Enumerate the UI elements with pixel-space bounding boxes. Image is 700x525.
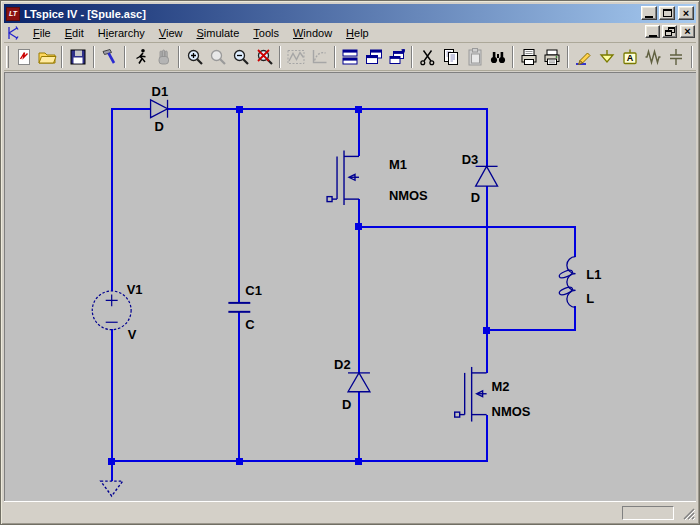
new-schematic-button[interactable] bbox=[12, 45, 35, 69]
component-m1[interactable] bbox=[327, 150, 359, 205]
component-value[interactable]: L bbox=[586, 291, 594, 306]
menu-item-view[interactable]: View bbox=[152, 25, 190, 41]
app-icon[interactable]: LT bbox=[6, 7, 20, 21]
component-ref[interactable]: M1 bbox=[389, 157, 407, 172]
wire-junctions bbox=[108, 106, 490, 465]
paste-button[interactable] bbox=[463, 45, 486, 69]
menu-item-edit[interactable]: Edit bbox=[58, 25, 91, 41]
component-c1[interactable] bbox=[228, 303, 250, 312]
component-ref[interactable]: V1 bbox=[127, 282, 143, 297]
tile-windows-icon bbox=[340, 47, 360, 67]
toolbar-separator bbox=[178, 46, 180, 68]
component-d2[interactable] bbox=[348, 373, 370, 392]
ground-button[interactable] bbox=[595, 45, 618, 69]
menu-item-tools[interactable]: Tools bbox=[246, 25, 286, 41]
child-close-button[interactable]: × bbox=[680, 25, 695, 38]
component-value[interactable]: D bbox=[342, 397, 351, 412]
zoom-pan-button[interactable] bbox=[207, 45, 230, 69]
component-m2[interactable] bbox=[455, 367, 487, 422]
cascade-windows-arrow-button[interactable] bbox=[385, 45, 408, 69]
run-button[interactable] bbox=[129, 45, 152, 69]
component-value[interactable]: V bbox=[128, 327, 137, 342]
menu-item-hierarchy[interactable]: Hierarchy bbox=[91, 25, 152, 41]
print-preview-icon bbox=[519, 47, 539, 67]
title-bar[interactable]: LT LTspice IV - [Spule.asc] × bbox=[4, 4, 696, 23]
component-ref[interactable]: D3 bbox=[462, 152, 479, 167]
zoom-back-button[interactable] bbox=[230, 45, 253, 69]
menu-bar: File Edit Hierarchy View Simulate Tools … bbox=[4, 23, 696, 43]
component-d3[interactable] bbox=[476, 166, 498, 186]
component-value[interactable]: C bbox=[245, 317, 254, 332]
find-button[interactable] bbox=[486, 45, 509, 69]
paste-icon bbox=[465, 47, 485, 67]
component-ref[interactable]: L1 bbox=[586, 267, 601, 282]
menu-item-help[interactable]: Help bbox=[339, 25, 376, 41]
toolbar-separator bbox=[691, 46, 693, 68]
child-close-icon: × bbox=[684, 26, 690, 37]
label-net-button[interactable]: A bbox=[618, 45, 641, 69]
find-icon bbox=[488, 47, 508, 67]
cut-icon bbox=[418, 47, 438, 67]
toolbar-grip[interactable] bbox=[6, 46, 9, 68]
autorange-y-axis-button[interactable] bbox=[284, 45, 307, 69]
save-button[interactable] bbox=[66, 45, 89, 69]
capacitor-button[interactable] bbox=[665, 45, 688, 69]
menu-item-window[interactable]: Window bbox=[286, 25, 339, 41]
menu-item-file[interactable]: File bbox=[26, 25, 58, 41]
open-icon bbox=[37, 47, 57, 67]
component-v1[interactable] bbox=[92, 291, 131, 330]
minimize-button[interactable] bbox=[641, 6, 657, 20]
capacitor-icon bbox=[666, 47, 686, 67]
toolbar-separator bbox=[567, 46, 569, 68]
print-preview-button[interactable] bbox=[517, 45, 540, 69]
component-value[interactable]: D bbox=[471, 190, 480, 205]
toolbar-separator bbox=[334, 46, 336, 68]
wire-button[interactable] bbox=[572, 45, 595, 69]
child-minimize-button[interactable] bbox=[645, 25, 660, 38]
ground-icon bbox=[597, 47, 617, 67]
resize-grip[interactable] bbox=[682, 507, 695, 520]
component-value[interactable]: NMOS bbox=[492, 404, 531, 419]
zoom-full-extents-button[interactable] bbox=[253, 45, 276, 69]
open-button[interactable] bbox=[35, 45, 58, 69]
control-panel-button[interactable] bbox=[98, 45, 121, 69]
ltspice-window: LT LTspice IV - [Spule.asc] × File Edit … bbox=[0, 0, 700, 525]
toolbar-separator bbox=[279, 46, 281, 68]
print-button[interactable] bbox=[541, 45, 564, 69]
copy-button[interactable] bbox=[440, 45, 463, 69]
resistor-button[interactable] bbox=[642, 45, 665, 69]
svg-text:A: A bbox=[627, 53, 634, 63]
close-button[interactable]: × bbox=[678, 6, 694, 20]
toolbar-separator bbox=[512, 46, 514, 68]
schematic-canvas[interactable]: D1 D V1 V C1 C bbox=[4, 72, 696, 501]
cut-button[interactable] bbox=[416, 45, 439, 69]
schematic-document-icon[interactable] bbox=[6, 25, 22, 41]
component-ref[interactable]: D1 bbox=[152, 84, 169, 99]
halt-button[interactable] bbox=[152, 45, 175, 69]
new-schematic-icon bbox=[14, 47, 34, 67]
component-ref[interactable]: M2 bbox=[492, 379, 510, 394]
menu-item-simulate[interactable]: Simulate bbox=[189, 25, 246, 41]
component-value[interactable]: NMOS bbox=[389, 188, 428, 203]
component-l1[interactable] bbox=[558, 257, 575, 308]
zoom-back-icon bbox=[231, 47, 251, 67]
component-d1[interactable] bbox=[151, 100, 168, 118]
close-icon: × bbox=[683, 8, 689, 19]
cascade-windows-arrow-icon bbox=[387, 47, 407, 67]
maximize-button[interactable] bbox=[659, 6, 675, 20]
minimize-icon bbox=[645, 16, 653, 18]
component-ref[interactable]: D2 bbox=[334, 357, 351, 372]
control-panel-icon bbox=[99, 47, 119, 67]
toolbar-separator bbox=[411, 46, 413, 68]
run-icon bbox=[131, 47, 151, 67]
zoom-area-button[interactable] bbox=[183, 45, 206, 69]
ground-symbol[interactable] bbox=[101, 481, 123, 496]
copy-icon bbox=[441, 47, 461, 67]
plot-settings-button[interactable] bbox=[308, 45, 331, 69]
child-restore-button[interactable] bbox=[662, 25, 677, 38]
cascade-windows-button[interactable] bbox=[362, 45, 385, 69]
component-value[interactable]: D bbox=[155, 119, 164, 134]
tile-windows-button[interactable] bbox=[339, 45, 362, 69]
component-ref[interactable]: C1 bbox=[245, 283, 262, 298]
zoom-pan-icon bbox=[208, 47, 228, 67]
